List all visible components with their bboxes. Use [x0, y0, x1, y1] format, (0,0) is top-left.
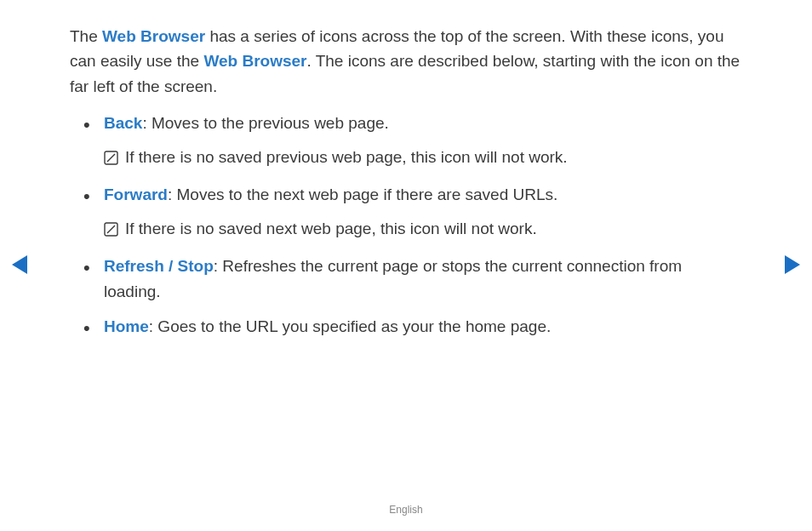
intro-text-a: The: [70, 27, 102, 45]
prev-page-arrow[interactable]: [12, 255, 27, 274]
note-icon: [104, 219, 118, 243]
list-item-home: Home: Goes to the URL you specified as y…: [100, 314, 742, 339]
svg-line-1: [107, 154, 115, 162]
svg-line-3: [107, 226, 115, 233]
note-forward: If there is no saved next web page, this…: [104, 216, 742, 243]
desc-back: : Moves to the previous web page.: [142, 114, 388, 132]
note-text-back: If there is no saved previous web page, …: [125, 145, 742, 169]
page: The Web Browser has a series of icons ac…: [0, 0, 812, 531]
note-icon: [104, 147, 118, 172]
label-forward: Forward: [104, 186, 168, 203]
content-area: The Web Browser has a series of icons ac…: [70, 24, 742, 349]
intro-paragraph: The Web Browser has a series of icons ac…: [70, 24, 742, 99]
label-back: Back: [104, 114, 142, 132]
label-home: Home: [104, 317, 149, 335]
label-refresh-stop: Refresh / Stop: [104, 257, 214, 275]
note-text-forward: If there is no saved next web page, this…: [125, 216, 742, 241]
term-web-browser-1: Web Browser: [102, 27, 205, 45]
next-page-arrow[interactable]: [785, 255, 800, 274]
desc-home: : Goes to the URL you specified as your …: [149, 317, 551, 335]
term-web-browser-2: Web Browser: [203, 52, 306, 70]
note-back: If there is no saved previous web page, …: [104, 145, 742, 172]
desc-forward: : Moves to the next web page if there ar…: [168, 186, 558, 203]
list-item-forward: Forward: Moves to the next web page if t…: [100, 182, 742, 243]
icon-description-list: Back: Moves to the previous web page. If…: [70, 111, 742, 339]
list-item-refresh-stop: Refresh / Stop: Refreshes the current pa…: [100, 254, 742, 304]
list-item-back: Back: Moves to the previous web page. If…: [100, 111, 742, 172]
footer-language: English: [0, 504, 812, 516]
